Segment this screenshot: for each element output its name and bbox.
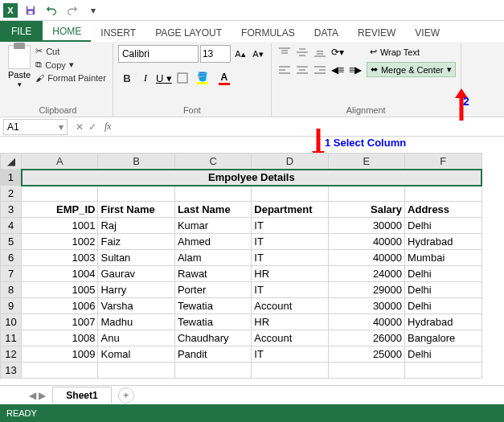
increase-indent-button[interactable]: ≡▶ [347,63,363,77]
align-bottom-button[interactable] [312,45,328,59]
cell-dept[interactable]: IT [252,346,328,363]
cell-fn[interactable]: Sultan [98,250,174,266]
cell-ln[interactable]: Ahmed [174,234,251,250]
tab-insert[interactable]: INSERT [91,24,145,42]
cell-addr[interactable]: Bangalore [405,330,481,346]
align-middle-button[interactable] [294,45,310,59]
enter-formula-icon[interactable]: ✓ [88,121,96,133]
row-header-13[interactable]: 13 [1,363,22,379]
border-button[interactable] [174,69,191,87]
tab-file[interactable]: FILE [0,21,43,42]
align-right-button[interactable] [312,63,328,77]
header-lastname[interactable]: Last Name [174,202,251,218]
undo-button[interactable] [43,2,59,18]
orientation-button[interactable]: ⟳▾ [330,45,346,59]
col-header-c[interactable]: C [174,154,251,170]
cell-id[interactable]: 1008 [22,330,98,346]
header-department[interactable]: Department [252,202,328,218]
cell-dept[interactable]: IT [252,234,328,250]
cell-id[interactable]: 1005 [22,282,98,298]
wrap-text-button[interactable]: ↩Wrap Text [367,45,456,59]
header-empid[interactable]: EMP_ID [22,202,98,218]
cell-sal[interactable]: 29000 [328,282,404,298]
col-header-b[interactable]: B [98,154,174,170]
cell-ln[interactable]: Kumar [174,218,251,234]
cell-dept[interactable]: Account [252,330,328,346]
cell-id[interactable]: 1006 [22,298,98,314]
tab-view[interactable]: VIEW [405,24,449,42]
cell-dept[interactable]: IT [252,282,328,298]
header-salary[interactable]: Salary [328,202,404,218]
cell-fn[interactable]: Raj [98,218,174,234]
cell-addr[interactable]: Delhi [405,282,481,298]
cell-fn[interactable]: Varsha [98,298,174,314]
fx-icon[interactable]: fx [101,121,115,133]
cell-addr[interactable]: Hydrabad [405,314,481,330]
cell-sal[interactable]: 26000 [328,330,404,346]
cell-sal[interactable]: 30000 [328,298,404,314]
sheet-nav[interactable]: ◀ ▶ [24,390,51,401]
col-header-a[interactable]: A [22,154,98,170]
cancel-formula-icon[interactable]: ✕ [76,121,84,133]
cut-button[interactable]: ✂Cut [34,45,108,57]
paste-button[interactable]: Paste ▾ [8,45,31,88]
row-header-12[interactable]: 12 [1,346,22,363]
cell-fn[interactable]: Komal [98,346,174,363]
format-painter-button[interactable]: 🖌Format Painter [34,72,108,84]
font-color-button[interactable]: A [214,69,235,87]
cell-addr[interactable]: Hydrabad [405,234,481,250]
cell-dept[interactable]: IT [252,218,328,234]
qat-customize[interactable]: ▾ [85,2,101,18]
cell-dept[interactable]: IT [252,250,328,266]
cell-addr[interactable]: Delhi [405,218,481,234]
row-header-7[interactable]: 7 [1,266,22,282]
font-name-select[interactable] [118,45,199,63]
row-header-3[interactable]: 3 [1,202,22,218]
header-address[interactable]: Address [405,202,481,218]
formula-input[interactable] [115,119,504,135]
cell-id[interactable]: 1007 [22,314,98,330]
cell-id[interactable]: 1004 [22,266,98,282]
row-header-4[interactable]: 4 [1,218,22,234]
cell-id[interactable]: 1001 [22,218,98,234]
align-top-button[interactable] [277,45,293,59]
save-button[interactable] [23,2,39,18]
row-header-11[interactable]: 11 [1,330,22,346]
row-header-10[interactable]: 10 [1,314,22,330]
cell-ln[interactable]: Porter [174,282,251,298]
fill-color-button[interactable]: 🪣 [192,69,213,87]
col-header-f[interactable]: F [405,154,481,170]
add-sheet-button[interactable]: + [118,387,134,404]
merged-title-cell[interactable]: Empolyee Details [22,170,481,186]
cell-sal[interactable]: 40000 [328,314,404,330]
tab-data[interactable]: DATA [305,24,348,42]
decrease-font-button[interactable]: A▾ [250,46,266,62]
col-header-e[interactable]: E [328,154,404,170]
cell-ln[interactable]: Chaudhary [174,330,251,346]
cell-ln[interactable]: Rawat [174,266,251,282]
cell-ln[interactable]: Tewatia [174,314,251,330]
cell-addr[interactable]: Delhi [405,346,481,363]
cell-fn[interactable]: Gaurav [98,266,174,282]
tab-page-layout[interactable]: PAGE LAYOUT [145,24,232,42]
sheet-tab-1[interactable]: Sheet1 [52,387,111,404]
cell-ln[interactable]: Tewatia [174,298,251,314]
header-firstname[interactable]: First Name [98,202,174,218]
row-header-6[interactable]: 6 [1,250,22,266]
italic-button[interactable]: I [137,69,154,87]
cell-id[interactable]: 1003 [22,250,98,266]
decrease-indent-button[interactable]: ◀≡ [330,63,346,77]
cell-fn[interactable]: Faiz [98,234,174,250]
cell-ln[interactable]: Alam [174,250,251,266]
cell-sal[interactable]: 30000 [328,218,404,234]
cell-id[interactable]: 1002 [22,234,98,250]
cell-sal[interactable]: 24000 [328,266,404,282]
redo-button[interactable] [64,2,80,18]
tab-review[interactable]: REVIEW [348,24,405,42]
row-header-8[interactable]: 8 [1,282,22,298]
row-header-1[interactable]: 1 [1,170,22,186]
cell-sal[interactable]: 40000 [328,250,404,266]
cell-dept[interactable]: Account [252,298,328,314]
merge-center-button[interactable]: ⬌Merge & Center ▾ [367,62,456,77]
cell-dept[interactable]: HR [252,266,328,282]
